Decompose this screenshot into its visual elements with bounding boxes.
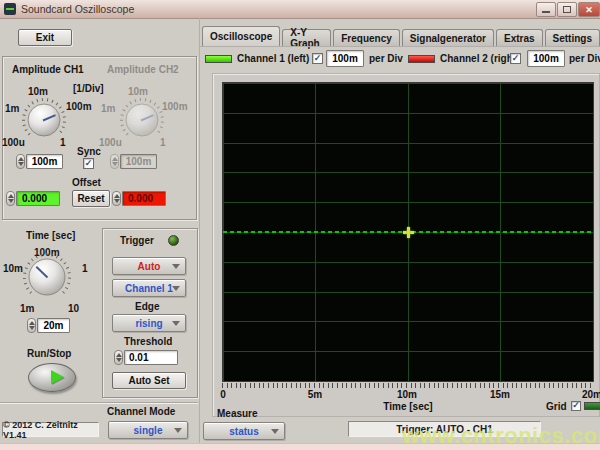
exit-button[interactable]: Exit xyxy=(18,29,72,46)
main-area: Exit Amplitude CH1 Amplitude CH2 [1/Div]… xyxy=(0,18,600,443)
soundcard-oscilloscope-window: { "window": {"title": "Soundcard Oszillo… xyxy=(0,0,600,450)
channel1-enable-checkbox[interactable]: ✓ xyxy=(312,53,323,64)
spinner-up-icon xyxy=(8,194,14,198)
sync-checkbox[interactable]: ✓ xyxy=(83,158,94,169)
trigger-source-select[interactable]: Channel 1 xyxy=(112,279,186,297)
amp-ch1-spinner[interactable] xyxy=(16,154,25,169)
trigger-edge-select[interactable]: rising xyxy=(112,314,186,332)
amp-ch2-scale-100u: 100u xyxy=(99,137,122,148)
x-tick-label: 5m xyxy=(295,389,335,400)
spinner-down-icon xyxy=(8,199,14,203)
grid-checkbox[interactable]: ✓ xyxy=(571,401,581,411)
time-scale-10m: 10m xyxy=(3,263,23,274)
channel2-label: Channel 2 (right) xyxy=(440,53,519,64)
channel2-per-div-label: per Div xyxy=(569,53,600,64)
offset-reset-button[interactable]: Reset xyxy=(72,190,110,207)
chevron-down-icon xyxy=(271,429,279,434)
offset-ch1-spinner[interactable] xyxy=(6,191,15,206)
app-icon xyxy=(4,3,16,15)
edge-label: Edge xyxy=(135,301,159,312)
chevron-down-icon xyxy=(174,428,182,433)
minimize-icon xyxy=(542,11,550,13)
channel2-per-div-field[interactable]: 100m xyxy=(527,50,565,67)
tab-frequency[interactable]: Frequency xyxy=(333,29,400,46)
channel1-label: Channel 1 (left) xyxy=(237,53,309,64)
channel1-color-swatch xyxy=(205,55,232,63)
title-bar: Soundcard Oszilloscope ✕ xyxy=(0,0,600,19)
check-icon: ✓ xyxy=(85,159,93,168)
spinner-up-icon xyxy=(114,194,120,198)
trigger-mode-select[interactable]: Auto xyxy=(112,257,186,275)
auto-set-button[interactable]: Auto Set xyxy=(112,372,186,389)
grid-color-swatch[interactable] xyxy=(584,402,600,410)
tab-label: Oscilloscope xyxy=(210,31,272,42)
time-scale-10: 10 xyxy=(68,303,79,314)
amp-ch2-scale-100m: 100m xyxy=(162,101,188,112)
chevron-down-icon xyxy=(172,264,180,269)
play-icon xyxy=(51,370,64,384)
close-icon: ✕ xyxy=(585,5,593,15)
tab-oscilloscope[interactable]: Oscilloscope xyxy=(202,26,280,46)
channel2-color-swatch xyxy=(408,55,435,63)
spinner-up-icon xyxy=(29,321,35,325)
amp-ch2-spinner xyxy=(110,154,119,169)
measure-select[interactable]: status xyxy=(203,422,285,440)
maximize-button[interactable] xyxy=(557,2,577,17)
tab-label: Signalgenerator xyxy=(410,33,486,44)
left-control-panel: Exit Amplitude CH1 Amplitude CH2 [1/Div]… xyxy=(0,18,200,443)
threshold-spinner[interactable] xyxy=(114,350,123,365)
offset-ch2-spinner[interactable] xyxy=(112,191,121,206)
time-knob[interactable] xyxy=(22,252,72,302)
channel-mode-select[interactable]: single xyxy=(108,421,188,439)
spinner-up-icon xyxy=(18,157,24,161)
tab-bar: Oscilloscope X-Y Graph Frequency Signalg… xyxy=(202,26,600,46)
version-bar: © 2012 C. Zeitnitz V1.41 xyxy=(2,422,99,437)
trigger-edge-value: rising xyxy=(135,318,162,329)
amplitude-ch1-knob[interactable] xyxy=(22,98,66,142)
channel2-enable-checkbox[interactable]: ✓ xyxy=(510,53,521,64)
scope-plot-panel: 0 5m 10m 15m 20m Time [sec] Grid ✓ xyxy=(212,73,600,417)
spinner-down-icon xyxy=(29,326,35,330)
amp-ch1-value-field[interactable]: 100m xyxy=(26,154,63,169)
x-axis-ticks xyxy=(222,383,593,388)
offset-label: Offset xyxy=(72,177,101,188)
grid-label: Grid xyxy=(546,401,567,412)
amp-ch2-scale-10m: 10m xyxy=(128,86,148,97)
amp-ch2-value-field: 100m xyxy=(120,154,157,169)
trigger-led xyxy=(168,235,179,246)
tab-label: Frequency xyxy=(341,33,392,44)
auto-set-label: Auto Set xyxy=(128,375,169,386)
divider xyxy=(0,402,198,403)
amplitude-unit-label: [1/Div] xyxy=(73,83,104,94)
channel1-per-div-field[interactable]: 100m xyxy=(326,50,364,67)
spinner-up-icon xyxy=(116,353,122,357)
tab-extras[interactable]: Extras xyxy=(496,29,543,46)
minimize-button[interactable] xyxy=(536,2,556,17)
spinner-up-icon xyxy=(112,157,118,161)
offset-ch1-field[interactable]: 0.000 xyxy=(16,191,60,206)
watermark: www.cntronics.com xyxy=(402,423,600,449)
offset-ch2-field[interactable]: 0.000 xyxy=(122,191,166,206)
exit-button-label: Exit xyxy=(36,32,54,43)
measure-label: Measure xyxy=(217,408,258,419)
chevron-down-icon xyxy=(172,321,180,326)
amp-ch2-scale-1m: 1m xyxy=(101,103,115,114)
cursor-crosshair[interactable] xyxy=(407,227,410,238)
time-value-field[interactable]: 20m xyxy=(37,318,70,333)
tab-settings[interactable]: Settings xyxy=(545,29,600,46)
spinner-down-icon xyxy=(116,358,122,362)
tab-xy-graph[interactable]: X-Y Graph xyxy=(282,29,331,46)
amplitude-ch2-knob[interactable] xyxy=(120,98,164,142)
run-stop-button[interactable] xyxy=(28,363,76,392)
time-spinner[interactable] xyxy=(27,318,36,333)
threshold-value-field[interactable]: 0.01 xyxy=(124,350,178,365)
close-button[interactable]: ✕ xyxy=(578,2,600,17)
trigger-source-value: Channel 1 xyxy=(125,283,173,294)
time-title: Time [sec] xyxy=(26,230,75,241)
tab-label: Extras xyxy=(504,33,535,44)
channel-mode-value: single xyxy=(134,425,163,436)
tab-signalgenerator[interactable]: Signalgenerator xyxy=(402,29,494,46)
tab-baseline xyxy=(200,46,600,47)
check-icon: ✓ xyxy=(314,54,322,63)
scope-display[interactable] xyxy=(222,82,594,382)
